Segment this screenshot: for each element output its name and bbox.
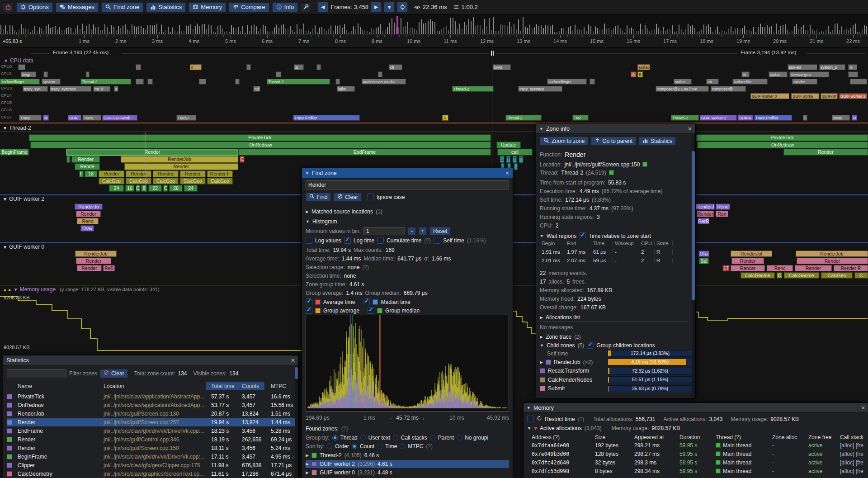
col-zone-alloc[interactable]: Zone alloc bbox=[772, 434, 806, 440]
col-total-time[interactable]: Total time bbox=[211, 383, 239, 389]
find-zone-titlebar[interactable]: ▼ Find zone ✕ bbox=[302, 168, 513, 178]
wait-col-cpu[interactable]: CPU bbox=[639, 241, 655, 246]
ignore-case-checkbox[interactable] bbox=[367, 194, 374, 200]
table-row[interactable]: EndFramejni/../jni/src/claw/gfx/drv/vk/D… bbox=[7, 427, 295, 435]
table-row[interactable]: Clipperjni/../jni/src/claw/gfx/geo/Clipp… bbox=[7, 461, 295, 469]
wait-col-wakeup[interactable]: Wakeup bbox=[613, 241, 639, 246]
expand-icon[interactable]: ▶ bbox=[306, 462, 309, 466]
child-time-bar[interactable]: 72.92 μs (1.62%) bbox=[608, 368, 692, 374]
col-zone-free[interactable]: Zone free bbox=[808, 434, 839, 440]
cumulate-time-checkbox[interactable] bbox=[377, 237, 384, 244]
clear-button[interactable]: Clear bbox=[334, 193, 362, 201]
clear-filter-button[interactable]: Clear bbox=[100, 369, 128, 378]
col-counts[interactable]: Counts bbox=[242, 383, 267, 389]
table-row[interactable]: Renderjni/../jni/src/guif/Control.cpp:34… bbox=[7, 435, 295, 444]
statistics-button[interactable]: Statistics bbox=[639, 137, 676, 145]
memory-titlebar[interactable]: ▼ Memory ✕ bbox=[524, 403, 868, 413]
wait-col-state[interactable]: State bbox=[655, 241, 673, 246]
collapse-icon[interactable]: ▼ bbox=[539, 127, 543, 131]
statistics-titlebar[interactable]: Statistics ✕ bbox=[3, 355, 298, 365]
collapse-icon[interactable]: ▼ bbox=[540, 343, 544, 348]
wait-row[interactable]: 1.91 ms1.97 ms61 μs-2R bbox=[540, 249, 688, 256]
min-bin-input[interactable] bbox=[363, 227, 405, 235]
child-time-bar[interactable]: 172.14 μs (3.83%) bbox=[608, 350, 692, 357]
average-time-checkbox[interactable] bbox=[306, 298, 312, 305]
allocation-row[interactable]: 0x7dfc42d64032 bytes298.3 ms59.95 sMain … bbox=[527, 459, 865, 467]
allocations-list-section[interactable]: Allocations list bbox=[546, 314, 580, 321]
self-time-checkbox[interactable] bbox=[434, 237, 440, 244]
thread-radio[interactable] bbox=[332, 435, 338, 440]
source-color-square[interactable] bbox=[642, 162, 647, 167]
wait-col-begin[interactable]: Begin bbox=[540, 241, 565, 246]
child-zone-row[interactable]: ▶RenderJob(×2)4.16 ms (92.60%) bbox=[540, 358, 692, 366]
free-zone[interactable]: active bbox=[808, 468, 839, 474]
scrollbar-thumb[interactable] bbox=[692, 151, 695, 300]
time-relative-checkbox[interactable] bbox=[579, 232, 586, 239]
child-zone-row[interactable]: RecalcTransform72.92 μs (1.62%) bbox=[540, 367, 692, 375]
allocation-row[interactable]: 0x7dfaa64e00192 bytes298.21 ms59.95 sMai… bbox=[527, 441, 865, 450]
zone-group-row[interactable]: ▶Thread-2(4,105)6.46 s bbox=[306, 451, 509, 459]
expand-icon[interactable]: ▶ bbox=[306, 453, 309, 458]
col-appeared[interactable]: Appeared at bbox=[634, 434, 677, 440]
log-values-checkbox[interactable] bbox=[306, 237, 312, 244]
group-median-checkbox[interactable] bbox=[368, 307, 374, 314]
table-row[interactable]: PrivateTickjni/../jni/src/claw/applicati… bbox=[7, 393, 295, 401]
filter-input[interactable] bbox=[7, 369, 66, 378]
call-stack[interactable]: [alloc] [fre bbox=[840, 459, 865, 466]
parent-radio[interactable] bbox=[430, 435, 435, 440]
expand-icon[interactable]: ▶ bbox=[306, 209, 309, 214]
call-stack[interactable]: [alloc] [fre bbox=[840, 451, 865, 457]
reset-button[interactable]: Reset bbox=[429, 227, 451, 235]
call-stacks-radio[interactable] bbox=[393, 435, 398, 440]
histogram-plot[interactable] bbox=[306, 315, 509, 412]
zoom-to-zone-button[interactable]: Zoom to zone bbox=[540, 137, 588, 145]
expand-icon[interactable]: ▶ bbox=[540, 360, 543, 364]
expand-icon[interactable]: ▶ bbox=[540, 335, 543, 339]
free-zone[interactable]: active bbox=[808, 459, 839, 466]
allocation-row[interactable]: 0x7dfc53d9988 bytes298.34 ms59.95 sMain … bbox=[527, 467, 865, 475]
median-time-checkbox[interactable] bbox=[363, 298, 370, 305]
zone-group-row[interactable]: ▶GUIF worker 2(3,296)4.61 s bbox=[306, 460, 509, 468]
wait-regions-section[interactable]: Wait regions bbox=[547, 233, 576, 239]
histogram-section[interactable]: Histogram bbox=[312, 218, 337, 225]
expand-icon[interactable]: ▶ bbox=[306, 470, 309, 475]
scrollbar[interactable] bbox=[692, 135, 695, 397]
child-time-bar[interactable]: 4.16 ms (92.60%) bbox=[608, 359, 692, 365]
allocation-row[interactable]: 0x7e049b3d00128 bytes298.27 ms59.95 sMai… bbox=[527, 450, 865, 458]
search-input[interactable] bbox=[306, 180, 509, 189]
thread-color-square[interactable] bbox=[609, 170, 614, 175]
restrict-time-checkbox[interactable] bbox=[527, 416, 534, 422]
col-duration[interactable]: Duration bbox=[679, 434, 713, 440]
zone-trace-section[interactable]: Zone trace bbox=[546, 334, 571, 340]
child-zone-row[interactable]: CalcRenderNodes51.51 μs (1.15%) bbox=[540, 375, 692, 384]
group-children-checkbox[interactable] bbox=[587, 342, 594, 349]
expand-icon[interactable]: ▶ bbox=[540, 315, 543, 320]
col-name[interactable]: Name bbox=[18, 383, 99, 389]
collapse-icon[interactable]: ▼ bbox=[527, 426, 531, 431]
collapse-icon[interactable]: ▼ bbox=[306, 219, 310, 224]
collapse-icon[interactable]: ▼ bbox=[527, 406, 531, 410]
table-row[interactable]: BeginFramejni/../jni/src/claw/gfx/drv/vk… bbox=[7, 453, 295, 461]
close-icon[interactable]: ✕ bbox=[861, 405, 865, 411]
decrement-button[interactable]: - bbox=[408, 227, 416, 235]
collapse-icon[interactable]: ▼ bbox=[540, 234, 544, 238]
collapse-icon[interactable]: ▼ bbox=[305, 171, 309, 175]
table-row[interactable]: Renderjni/../jni/src/guif/Screen.cpp:150… bbox=[7, 444, 295, 452]
col-mtpc[interactable]: MTPC bbox=[271, 383, 295, 389]
zone-info-titlebar[interactable]: ▼ Zone info ✕ bbox=[536, 124, 695, 134]
wait-col-time[interactable]: Time bbox=[591, 241, 613, 246]
child-time-bar[interactable]: 51.51 μs (1.15%) bbox=[608, 376, 692, 383]
close-icon[interactable]: ✕ bbox=[688, 126, 692, 132]
child-zone-row[interactable]: Submit35.63 μs (0.79%) bbox=[540, 384, 692, 393]
zone-group-row[interactable]: ▶GUIF worker 0(3,231)4.48 s bbox=[306, 469, 509, 477]
scrollbar[interactable] bbox=[295, 366, 298, 478]
free-zone[interactable]: active bbox=[808, 451, 839, 457]
table-row[interactable]: RenderJobjni/../jni/src/guif/Screen.cpp:… bbox=[7, 410, 295, 418]
wait-col-end[interactable]: End bbox=[565, 241, 591, 246]
go-to-parent-button[interactable]: Go to parent bbox=[591, 137, 636, 145]
col-size[interactable]: Size bbox=[595, 434, 631, 440]
close-icon[interactable]: ✕ bbox=[291, 357, 295, 364]
call-stack[interactable]: [alloc] [fre bbox=[840, 468, 865, 474]
child-zones-section[interactable]: Child zones bbox=[547, 342, 575, 349]
call-stack[interactable]: [alloc] [fre bbox=[840, 442, 865, 449]
